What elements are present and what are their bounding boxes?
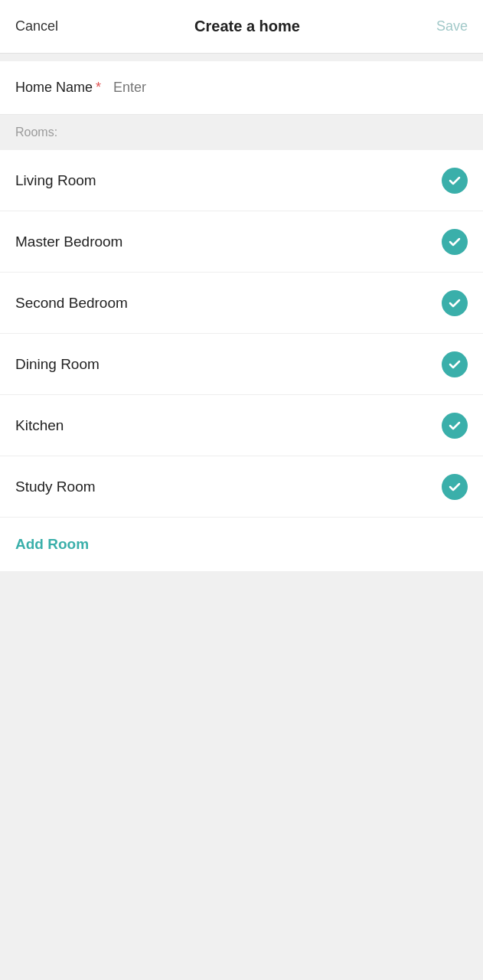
room-name: Second Bedroom bbox=[15, 295, 128, 312]
check-icon bbox=[442, 413, 468, 439]
bottom-area bbox=[0, 571, 483, 801]
rooms-label: Rooms: bbox=[15, 126, 57, 139]
header: Cancel Create a home Save bbox=[0, 0, 483, 54]
check-icon bbox=[442, 474, 468, 500]
room-item[interactable]: Dining Room bbox=[0, 334, 483, 395]
check-icon bbox=[442, 290, 468, 316]
room-item[interactable]: Living Room bbox=[0, 150, 483, 211]
add-room-label: Add Room bbox=[15, 536, 89, 552]
home-name-label: Home Name bbox=[15, 80, 93, 96]
room-name: Master Bedroom bbox=[15, 234, 122, 250]
rooms-section-header: Rooms: bbox=[0, 115, 483, 150]
page-title: Create a home bbox=[194, 18, 300, 35]
room-item[interactable]: Second Bedroom bbox=[0, 273, 483, 334]
room-name: Living Room bbox=[15, 172, 96, 189]
room-name: Kitchen bbox=[15, 417, 64, 434]
room-item[interactable]: Master Bedroom bbox=[0, 211, 483, 273]
required-star: * bbox=[96, 80, 101, 96]
add-room-button[interactable]: Add Room bbox=[0, 518, 483, 571]
room-item[interactable]: Study Room bbox=[0, 456, 483, 518]
home-name-input[interactable] bbox=[113, 80, 468, 96]
room-name: Dining Room bbox=[15, 356, 100, 373]
check-icon bbox=[442, 229, 468, 255]
check-icon bbox=[442, 351, 468, 377]
room-item[interactable]: Kitchen bbox=[0, 395, 483, 456]
save-button[interactable]: Save bbox=[436, 18, 468, 34]
room-list: Living Room Master Bedroom Second Bedroo… bbox=[0, 150, 483, 518]
room-name: Study Room bbox=[15, 479, 96, 495]
cancel-button[interactable]: Cancel bbox=[15, 18, 58, 34]
home-name-row: Home Name * bbox=[0, 61, 483, 115]
check-icon bbox=[442, 168, 468, 194]
